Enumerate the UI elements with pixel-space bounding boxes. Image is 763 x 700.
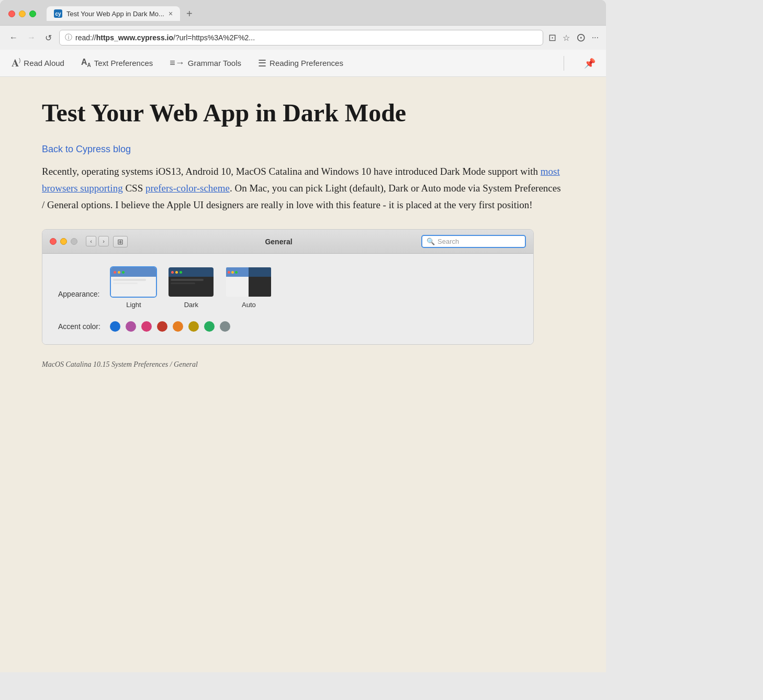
text-prefs-icon: AA <box>81 58 91 68</box>
read-aloud-icon: 𝐀) <box>12 57 20 69</box>
address-text: read://https_www.cypress.io/?url=https%3… <box>75 33 537 42</box>
auto-label: Auto <box>242 301 256 309</box>
address-bar[interactable]: ⓘ read://https_www.cypress.io/?url=https… <box>59 30 543 46</box>
light-thumb <box>110 266 157 298</box>
reader-view-icon[interactable]: ⊡ <box>548 32 556 43</box>
dot2 <box>175 271 178 274</box>
reader-toolbar: 𝐀) Read Aloud AA Text Preferences ≡→ Gra… <box>0 50 606 77</box>
macos-minimize <box>60 238 67 245</box>
macos-close <box>50 238 57 245</box>
macos-search-placeholder: Search <box>437 238 459 245</box>
tab-favicon: cy <box>54 9 62 18</box>
active-tab[interactable]: cy Test Your Web App in Dark Mo... × <box>47 6 180 21</box>
dot2 <box>118 271 120 274</box>
macos-screenshot: ‹ › ⊞ General 🔍 Search Appearance: <box>42 229 534 345</box>
light-titlebar <box>111 267 156 277</box>
read-aloud-label: Read Aloud <box>24 59 64 67</box>
auto-light-half <box>226 267 249 297</box>
reading-prefs-icon: ☰ <box>258 58 266 69</box>
pin-button[interactable]: 📌 <box>584 58 596 69</box>
forward-button[interactable]: → <box>25 32 38 43</box>
accent-row: Accent color: <box>58 321 518 332</box>
close-button[interactable] <box>8 10 15 17</box>
macos-nav-buttons: ‹ › ⊞ <box>86 236 128 247</box>
back-button[interactable]: ← <box>7 32 20 43</box>
dot3 <box>122 271 125 274</box>
refresh-button[interactable]: ↺ <box>43 32 54 44</box>
accent-purple[interactable] <box>126 321 136 332</box>
light-thumb-inner <box>111 267 156 297</box>
appearance-light[interactable]: Light <box>110 266 157 309</box>
nav-bar: ← → ↺ ⓘ read://https_www.cypress.io/?url… <box>0 25 606 50</box>
minimize-button[interactable] <box>19 10 26 17</box>
appearance-label: Appearance: <box>58 266 99 298</box>
accent-orange[interactable] <box>173 321 183 332</box>
tab-bar: cy Test Your Web App in Dark Mo... × + <box>47 6 598 21</box>
dot1 <box>114 271 116 274</box>
accent-blue[interactable] <box>110 321 120 332</box>
appearance-options: Light <box>110 266 272 309</box>
dark-thumb-inner <box>169 267 214 297</box>
accent-circles <box>110 321 230 332</box>
accent-red[interactable] <box>157 321 167 332</box>
macos-search-icon: 🔍 <box>427 238 435 245</box>
accent-yellow[interactable] <box>188 321 199 332</box>
appearance-row: Appearance: <box>58 266 518 309</box>
info-icon: ⓘ <box>65 33 72 42</box>
traffic-lights <box>8 10 36 17</box>
tab-title: Test Your Web App in Dark Mo... <box>66 10 164 18</box>
light-label: Light <box>126 301 141 309</box>
reading-preferences-button[interactable]: ☰ Reading Preferences <box>257 55 344 71</box>
dark-titlebar <box>169 267 214 277</box>
article-title: Test Your Web App in Dark Mode <box>42 98 564 128</box>
appearance-auto[interactable]: Auto <box>225 266 272 309</box>
more-options-button[interactable]: ··· <box>592 33 599 42</box>
dot2 <box>231 271 234 274</box>
macos-grid-btn: ⊞ <box>113 236 128 247</box>
profile-icon[interactable]: ⊙ <box>576 31 586 44</box>
macos-back-btn: ‹ <box>86 236 96 246</box>
bookmark-icon[interactable]: ☆ <box>563 33 570 43</box>
new-tab-button[interactable]: + <box>183 7 196 21</box>
screenshot-caption: MacOS Catalina 10.15 System Preferences … <box>42 360 564 369</box>
toolbar-divider <box>564 56 564 71</box>
macos-forward-btn: › <box>98 236 109 246</box>
body-text-mid: CSS <box>123 183 145 194</box>
text-prefs-label: Text Preferences <box>94 59 153 67</box>
accent-gray[interactable] <box>220 321 230 332</box>
accent-pink[interactable] <box>141 321 152 332</box>
macos-body: Appearance: <box>42 254 533 344</box>
macos-search-box: 🔍 Search <box>421 235 526 248</box>
body-text-start: Recently, operating systems iOS13, Andro… <box>42 166 541 177</box>
macos-traffic-lights <box>50 238 77 245</box>
title-bar: cy Test Your Web App in Dark Mo... × + <box>0 0 606 25</box>
back-to-blog-link[interactable]: Back to Cypress blog <box>42 144 564 155</box>
dark-label: Dark <box>184 301 198 309</box>
nav-actions: ⊡ ☆ ⊙ ··· <box>548 31 599 44</box>
dot1 <box>228 271 230 274</box>
grammar-label: Grammar Tools <box>188 59 241 67</box>
auto-thumb <box>225 266 272 298</box>
accent-label: Accent color: <box>58 322 100 331</box>
dot3 <box>235 271 238 274</box>
tab-close-button[interactable]: × <box>169 10 173 17</box>
auto-dark-half <box>249 267 271 297</box>
text-preferences-button[interactable]: AA Text Preferences <box>80 55 154 70</box>
article-body: Recently, operating systems iOS13, Andro… <box>42 163 564 214</box>
appearance-dark[interactable]: Dark <box>167 266 215 309</box>
grammar-tools-button[interactable]: ≡→ Grammar Tools <box>169 55 242 71</box>
maximize-button[interactable] <box>29 10 36 17</box>
prefers-color-scheme-link[interactable]: prefers-color-scheme <box>145 183 230 194</box>
reader-content: Test Your Web App in Dark Mode Back to C… <box>0 77 606 672</box>
grammar-icon: ≡→ <box>170 58 185 69</box>
macos-maximize <box>71 238 77 245</box>
dot3 <box>179 271 182 274</box>
reading-prefs-label: Reading Preferences <box>270 59 343 67</box>
macos-titlebar: ‹ › ⊞ General 🔍 Search <box>42 230 533 254</box>
dark-thumb <box>167 266 215 298</box>
macos-window-title: General <box>136 238 421 246</box>
browser-window: cy Test Your Web App in Dark Mo... × + ←… <box>0 0 606 672</box>
accent-green[interactable] <box>204 321 215 332</box>
dot1 <box>171 271 174 274</box>
read-aloud-button[interactable]: 𝐀) Read Aloud <box>10 55 65 71</box>
